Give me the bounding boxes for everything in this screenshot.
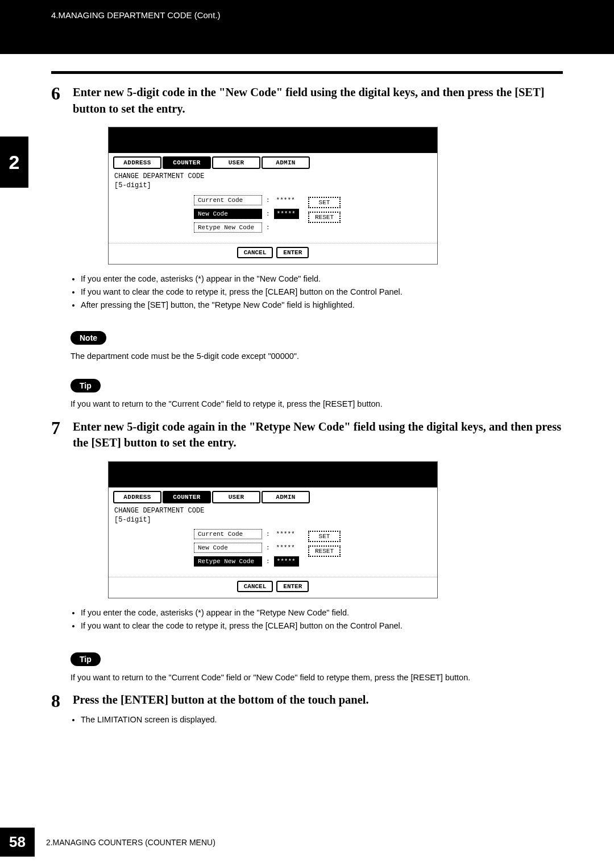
list-item: If you want to clear the code to retype … bbox=[81, 619, 563, 633]
tab-counter[interactable]: COUNTER bbox=[163, 491, 211, 503]
tab-address[interactable]: ADDRESS bbox=[113, 156, 161, 169]
list-item: If you enter the code, asterisks (*) app… bbox=[81, 272, 563, 286]
retype-code-value bbox=[274, 226, 302, 229]
footer-text: 2.MANAGING COUNTERS (COUNTER MENU) bbox=[46, 838, 215, 847]
step-number: 8 bbox=[51, 692, 66, 710]
step-6-bullets: If you enter the code, asterisks (*) app… bbox=[70, 272, 563, 312]
list-item: If you enter the code, asterisks (*) app… bbox=[81, 606, 563, 619]
set-button[interactable]: SET bbox=[308, 197, 341, 208]
chapter-number: 2 bbox=[9, 151, 20, 173]
step-text: Enter new 5-digit code again in the "Ret… bbox=[73, 419, 563, 451]
tab-user[interactable]: USER bbox=[212, 156, 260, 169]
step-8: 8 Press the [ENTER] button at the bottom… bbox=[51, 692, 563, 726]
retype-code-field[interactable]: Retype New Code bbox=[194, 222, 262, 233]
page-number: 58 bbox=[0, 828, 35, 857]
footer: 58 2.MANAGING COUNTERS (COUNTER MENU) bbox=[0, 828, 215, 857]
current-code-field[interactable]: Current Code bbox=[194, 195, 262, 205]
new-code-value: ***** bbox=[274, 543, 302, 552]
tip-badge: Tip bbox=[70, 379, 101, 392]
step-text: Enter new 5-digit code in the "New Code"… bbox=[73, 84, 563, 117]
new-code-field[interactable]: New Code bbox=[194, 209, 262, 219]
list-item: After pressing the [SET] button, the "Re… bbox=[81, 299, 563, 312]
step-6: 6 Enter new 5-digit code in the "New Cod… bbox=[51, 84, 563, 312]
chapter-tab: 2 bbox=[0, 137, 28, 188]
step-number: 6 bbox=[51, 84, 66, 102]
note-text: The department code must be the 5-digit … bbox=[70, 350, 563, 363]
cancel-button[interactable]: CANCEL bbox=[237, 581, 273, 592]
reset-button[interactable]: RESET bbox=[308, 545, 341, 557]
touch-panel-screenshot: ADDRESS COUNTER USER ADMIN CHANGE DEPART… bbox=[108, 127, 438, 264]
divider bbox=[51, 71, 563, 74]
current-code-value: ***** bbox=[274, 196, 302, 205]
set-button[interactable]: SET bbox=[308, 531, 341, 542]
list-item: The LIMITATION screen is displayed. bbox=[81, 713, 563, 726]
tip-text: If you want to return to the "Current Co… bbox=[70, 672, 563, 684]
cancel-button[interactable]: CANCEL bbox=[237, 247, 273, 258]
note-badge: Note bbox=[70, 331, 106, 345]
new-code-value: ***** bbox=[274, 209, 299, 219]
step-7: 7 Enter new 5-digit code again in the "R… bbox=[51, 419, 563, 633]
reset-button[interactable]: RESET bbox=[308, 212, 341, 223]
header-title: 4.MANAGING DEPARTMENT CODE (Cont.) bbox=[51, 10, 221, 20]
tip-badge: Tip bbox=[70, 652, 101, 666]
tab-admin[interactable]: ADMIN bbox=[262, 491, 310, 503]
screen-title: CHANGE DEPARTMENT CODE [5-digit] bbox=[109, 169, 437, 193]
tab-admin[interactable]: ADMIN bbox=[262, 156, 310, 169]
enter-button[interactable]: ENTER bbox=[276, 247, 309, 258]
current-code-value: ***** bbox=[274, 530, 302, 539]
tab-address[interactable]: ADDRESS bbox=[113, 491, 161, 503]
step-number: 7 bbox=[51, 419, 66, 437]
step-8-bullets: The LIMITATION screen is displayed. bbox=[70, 713, 563, 726]
list-item: If you want to clear the code to retype … bbox=[81, 286, 563, 299]
touch-panel-screenshot: ADDRESS COUNTER USER ADMIN CHANGE DEPART… bbox=[108, 461, 438, 598]
tab-user[interactable]: USER bbox=[212, 491, 260, 503]
step-text: Press the [ENTER] button at the bottom o… bbox=[73, 692, 563, 708]
step-7-bullets: If you enter the code, asterisks (*) app… bbox=[70, 606, 563, 633]
tip-text: If you want to return to the "Current Co… bbox=[70, 398, 563, 411]
screen-title: CHANGE DEPARTMENT CODE [5-digit] bbox=[109, 503, 437, 528]
retype-code-value: ***** bbox=[274, 556, 299, 567]
tab-counter[interactable]: COUNTER bbox=[163, 156, 211, 169]
header-bar: 4.MANAGING DEPARTMENT CODE (Cont.) bbox=[0, 0, 614, 54]
new-code-field[interactable]: New Code bbox=[194, 543, 262, 553]
retype-code-field[interactable]: Retype New Code bbox=[194, 556, 262, 567]
current-code-field[interactable]: Current Code bbox=[194, 529, 262, 539]
enter-button[interactable]: ENTER bbox=[276, 581, 309, 592]
